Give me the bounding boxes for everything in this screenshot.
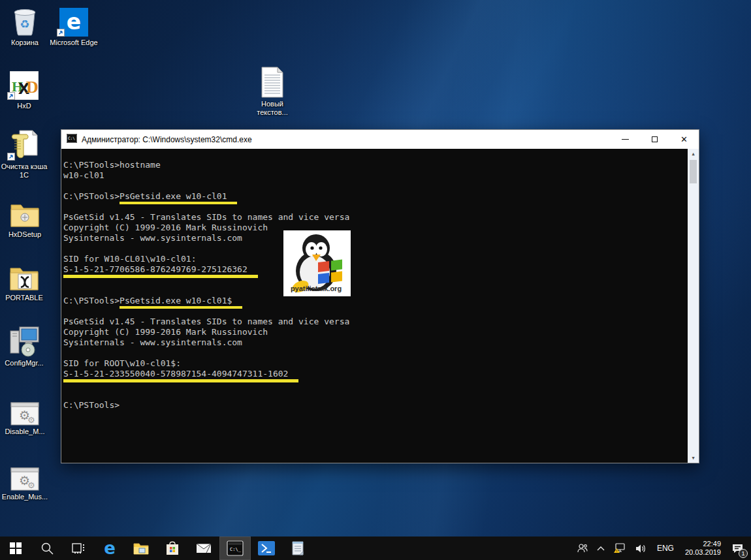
taskbar-cmd-icon[interactable]: C:\_ [219,537,251,560]
action-center-icon[interactable]: 1 [728,537,747,560]
desktop-icon-label: HxD [0,102,52,110]
cache-cleanup-icon [0,128,52,161]
penguin-windows-logo: pyatilistnik.org [283,230,351,296]
cmd-icon: C:\ [67,134,77,146]
taskbar-task-view-icon[interactable] [63,537,94,560]
taskbar: eC:\_ ! [0,537,751,560]
recycle-bin-icon: ♻ [0,4,52,37]
desktop-icon-recycle-bin[interactable]: ♻Корзина [0,4,52,47]
console-line [63,181,686,191]
console-line: S-1-5-21-233550040-578987154-4094747311-… [63,369,686,379]
svg-text:⚙: ⚙ [27,415,35,425]
clock-date: 20.03.2019 [685,548,721,557]
hidden-icons-chevron[interactable] [594,537,608,560]
console-line: SID for ROOT\w10-cl01$: [63,358,686,369]
console-line: C:\PSTools>hostname [63,160,686,170]
console-line: w10-cl01 [63,170,686,181]
portable-icon [0,259,52,292]
desktop-icon-enable-mus[interactable]: ⚙⚙Enable_Mus... [0,458,52,501]
volume-icon[interactable] [632,537,650,560]
console-line [63,243,686,254]
desktop-icon-label: Очистка кэша 1С [0,163,52,179]
taskbar-file-explorer-icon[interactable] [125,537,157,560]
svg-text:!: ! [616,549,617,553]
console-line: Copyright (C) 1999-2016 Mark Russinovich [63,223,686,233]
scroll-thumb[interactable] [690,160,697,183]
notification-badge: 1 [739,549,748,558]
taskbar-start-button[interactable] [0,537,31,560]
svg-text:e: e [104,540,116,557]
console-line: Sysinternals - www.sysinternals.com [63,337,686,348]
svg-text:pyatilistnik.org: pyatilistnik.org [291,285,342,292]
svg-text:C:\_: C:\_ [230,547,242,552]
maximize-button[interactable] [640,130,669,149]
console-scrollbar[interactable]: ▲ ▼ [688,149,699,463]
minimize-button[interactable] [611,130,640,149]
console-output[interactable]: C:\PSTools>hostnamew10-cl01 C:\PSTools>P… [61,149,699,463]
window-titlebar[interactable]: C:\ Администратор: C:\Windows\system32\c… [61,130,699,149]
desktop-icon-label: HxDSetup [0,230,52,239]
clock-time: 22:49 [685,540,721,548]
console-line: C:\PSTools>PsGetsid.exe w10-cl01$ [63,296,686,306]
taskbar-powershell-icon[interactable] [251,537,282,560]
desktop-icon-configmgr[interactable]: ConfigMgr... [0,324,52,367]
svg-text:D: D [26,78,39,97]
enable-mus-icon: ⚙⚙ [0,458,52,491]
svg-text:C:\: C:\ [68,136,75,140]
desktop-icon-edge[interactable]: eMicrosoft Edge [46,4,101,47]
language-indicator[interactable]: ENG [653,537,678,560]
new-text-file-icon [245,65,300,98]
taskbar-notepad-icon[interactable] [282,537,313,560]
desktop-icon-label: Корзина [0,39,52,47]
hxd-icon: HxD [0,67,52,100]
console-line: C:\PSTools> [63,400,686,411]
desktop-icon-label: ConfigMgr... [0,359,52,367]
taskbar-items: eC:\_ [0,537,313,560]
console-line: PsGetSid v1.45 - Translates SIDs to name… [63,317,686,327]
network-warning-icon[interactable]: ! [611,537,630,560]
configmgr-icon [0,324,52,357]
console-line: S-1-5-21-7706586-876249769-275126362 [63,264,686,275]
console-line: SID for W10-CL01\w10-cl01: [63,254,686,264]
console-line [63,348,686,358]
desktop-icon-portable[interactable]: PORTABLE [0,259,52,302]
console-text: C:\PSTools>hostnamew10-cl01 C:\PSTools>P… [63,160,686,411]
disable-m-icon: ⚙⚙ [0,393,52,426]
hxdsetup-icon [0,196,52,228]
desktop-icon-cache-cleanup[interactable]: Очистка кэша 1С [0,128,52,179]
desktop-icon-disable-m[interactable]: ⚙⚙Disable_M... [0,393,52,436]
desktop-icon-label: Enable_Mus... [0,493,52,501]
console-line: C:\PSTools>PsGetsid.exe w10-cl01 [63,191,686,202]
system-tray: ! ENG 22:49 20.03.2019 1 [573,537,751,560]
svg-text:♻: ♻ [20,18,29,31]
console-line: Sysinternals - www.sysinternals.com [63,233,686,243]
desktop-icon-label: PORTABLE [0,294,52,302]
taskbar-store-icon[interactable] [157,537,188,560]
desktop-icon-hxdsetup[interactable]: HxDSetup [0,196,52,239]
scroll-up-arrow[interactable]: ▲ [688,149,699,159]
svg-text:⚙: ⚙ [27,480,35,490]
people-icon[interactable] [573,537,591,560]
desktop-icon-label: Microsoft Edge [46,39,101,47]
console-line: PsGetSid v1.45 - Translates SIDs to name… [63,212,686,223]
desktop-icon-label: Новый текстов... [245,100,300,117]
taskbar-edge-icon[interactable]: e [94,537,125,560]
taskbar-mail-icon[interactable] [188,537,219,560]
console-line: Copyright (C) 1999-2016 Mark Russinovich [63,327,686,337]
desktop-icon-hxd[interactable]: HxDHxD [0,67,52,110]
svg-text:e: e [67,9,81,35]
clock[interactable]: 22:49 20.03.2019 [680,540,726,557]
close-button[interactable]: ✕ [669,130,699,149]
edge-icon: e [46,4,101,37]
taskbar-search-icon[interactable] [31,537,63,560]
console-line [63,390,686,400]
watermark-logo: pyatilistnik.org [283,230,351,296]
desktop: ♻КорзинаeMicrosoft EdgeHxDHxDОчистка кэш… [0,0,751,560]
desktop-icon-new-text-file[interactable]: Новый текстов... [245,65,300,117]
scroll-down-arrow[interactable]: ▼ [688,453,699,463]
cmd-window: C:\ Администратор: C:\Windows\system32\c… [61,129,699,463]
console-line [63,285,686,296]
window-title: Администратор: C:\Windows\system32\cmd.e… [82,135,252,144]
window-controls: ✕ [611,130,699,149]
desktop-icon-label: Disable_M... [0,428,52,436]
